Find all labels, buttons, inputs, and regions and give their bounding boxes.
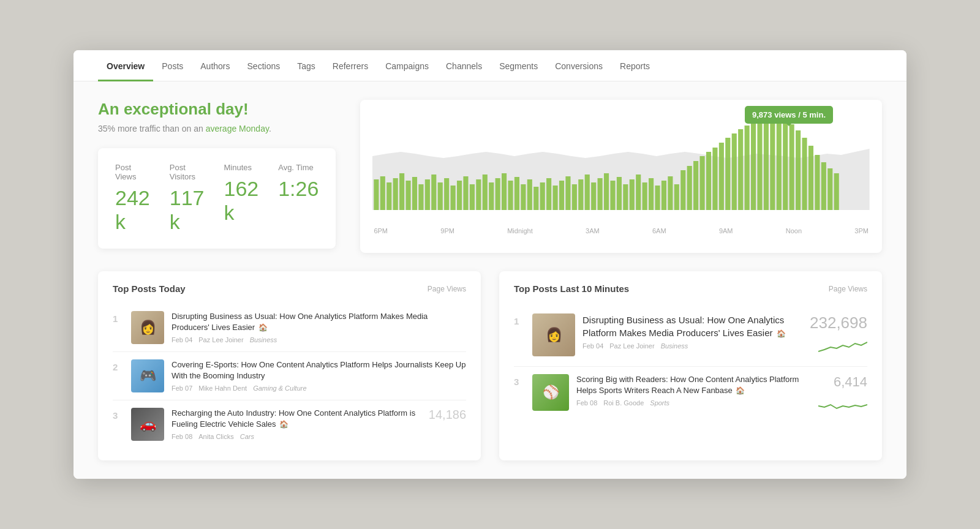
hero-subtitle: 35% more traffic than on an average Mond… <box>98 124 336 133</box>
stat-post-views: Post Views 242 k <box>115 163 150 234</box>
home-icon: 🏠 <box>736 386 745 395</box>
hero-left: An exceptional day! 35% more traffic tha… <box>98 100 336 253</box>
svg-rect-12 <box>444 178 449 210</box>
post-info: Disrupting Business as Usual: How One An… <box>172 311 466 343</box>
average-monday-link[interactable]: average Monday <box>206 124 269 133</box>
post-meta: Feb 08 Anita Clicks Cars <box>172 433 416 440</box>
svg-rect-1 <box>374 179 379 210</box>
post-meta: Feb 07 Mike Hahn Dent Gaming & Culture <box>172 385 466 392</box>
panel-top-posts-10min: Top Posts Last 10 Minutes Page Views 1 👩… <box>499 271 882 460</box>
chart-bars <box>372 112 870 222</box>
svg-rect-53 <box>706 152 711 210</box>
post-item-today-3[interactable]: 3 🚗 Recharging the Auto Industry: How On… <box>113 400 466 448</box>
post-list-10min: 1 👩 Disrupting Business as Usual: How On… <box>514 304 867 419</box>
svg-rect-45 <box>655 186 660 210</box>
svg-rect-61 <box>758 118 763 210</box>
panel-top-posts-today: Top Posts Today Page Views 1 👩 Disruptin… <box>98 271 481 460</box>
svg-rect-15 <box>464 176 469 210</box>
nav-overview[interactable]: Overview <box>98 50 153 81</box>
traffic-chart: 9,873 views / 5 min. <box>360 100 882 253</box>
svg-rect-72 <box>828 168 833 210</box>
nav-segments[interactable]: Segments <box>491 50 546 81</box>
svg-rect-67 <box>796 130 801 210</box>
nav-reports[interactable]: Reports <box>611 50 658 81</box>
panel-header-today: Top Posts Today Page Views <box>113 283 466 294</box>
svg-rect-51 <box>693 161 698 210</box>
nav-authors[interactable]: Authors <box>192 50 238 81</box>
svg-rect-10 <box>432 174 437 210</box>
content-area: An exceptional day! 35% more traffic tha… <box>74 81 907 479</box>
svg-rect-4 <box>393 178 398 210</box>
post-info: Scoring Big with Readers: How One Conten… <box>576 374 811 407</box>
nav-tags[interactable]: Tags <box>288 50 324 81</box>
chart-time-labels: 6PM 9PM Midnight 3AM 6AM 9AM Noon 3PM <box>372 227 870 234</box>
post-views: 232,698 <box>810 313 867 332</box>
nav-channels[interactable]: Channels <box>437 50 491 81</box>
svg-rect-47 <box>668 176 673 210</box>
svg-rect-31 <box>566 176 571 210</box>
post-item-10min-1[interactable]: 1 👩 Disrupting Business as Usual: How On… <box>514 304 867 367</box>
post-thumbnail: ⚾ <box>532 374 569 411</box>
svg-rect-33 <box>579 179 584 210</box>
post-thumbnail: 👩 <box>131 311 164 344</box>
svg-rect-64 <box>777 117 782 210</box>
nav-referrers[interactable]: Referrers <box>324 50 377 81</box>
svg-rect-48 <box>674 184 679 210</box>
svg-rect-26 <box>534 187 539 210</box>
post-item-10min-3[interactable]: 3 ⚾ Scoring Big with Readers: How One Co… <box>514 367 867 419</box>
svg-rect-39 <box>617 177 622 210</box>
post-meta: Feb 08 Roi B. Goode Sports <box>576 399 811 407</box>
svg-rect-18 <box>483 174 488 210</box>
post-rank: 3 <box>514 374 525 387</box>
svg-rect-66 <box>790 124 794 210</box>
post-item-today-2[interactable]: 2 🎮 Covering E-Sports: How One Content A… <box>113 352 466 400</box>
post-rank: 2 <box>113 359 124 372</box>
svg-rect-70 <box>815 155 820 210</box>
nav-campaigns[interactable]: Campaigns <box>377 50 437 81</box>
post-list-today: 1 👩 Disrupting Business as Usual: How On… <box>113 304 466 448</box>
post-item-today-1[interactable]: 1 👩 Disrupting Business as Usual: How On… <box>113 304 466 352</box>
nav-conversions[interactable]: Conversions <box>546 50 611 81</box>
post-views: 6,414 <box>824 374 867 390</box>
svg-rect-69 <box>809 146 813 210</box>
post-meta: Feb 04 Paz Lee Joiner Business <box>582 342 802 350</box>
svg-rect-43 <box>643 182 647 210</box>
svg-rect-62 <box>764 115 769 210</box>
svg-rect-49 <box>681 170 686 210</box>
svg-rect-2 <box>380 176 385 210</box>
svg-rect-56 <box>726 138 731 210</box>
svg-rect-34 <box>585 174 590 210</box>
nav-sections[interactable]: Sections <box>239 50 289 81</box>
svg-rect-59 <box>745 126 750 210</box>
panel-col-10min: Page Views <box>829 285 867 293</box>
nav-posts[interactable]: Posts <box>153 50 192 81</box>
svg-rect-11 <box>438 182 443 210</box>
svg-rect-14 <box>457 181 462 210</box>
svg-rect-30 <box>559 181 564 210</box>
panel-col-today: Page Views <box>428 285 466 293</box>
svg-rect-57 <box>732 133 737 210</box>
stat-post-visitors: Post Visitors 117 k <box>170 163 205 234</box>
chart-tooltip: 9,873 views / 5 min. <box>745 106 833 124</box>
svg-rect-25 <box>527 179 532 210</box>
svg-rect-27 <box>540 182 545 210</box>
svg-rect-16 <box>470 184 475 210</box>
svg-rect-32 <box>572 184 577 210</box>
post-info: Covering E-Sports: How One Content Analy… <box>172 359 466 392</box>
svg-rect-65 <box>783 121 788 210</box>
svg-rect-37 <box>604 173 609 210</box>
stat-avg-time: Avg. Time 1:26 <box>278 163 318 234</box>
svg-rect-60 <box>751 122 756 210</box>
svg-rect-8 <box>419 184 424 210</box>
post-meta: Feb 04 Paz Lee Joiner Business <box>172 336 466 343</box>
post-info: Recharging the Auto Industry: How One Co… <box>172 408 416 440</box>
svg-rect-54 <box>713 148 718 210</box>
sparkline-chart <box>818 336 867 355</box>
post-views-3: 14,186 <box>423 408 466 422</box>
svg-rect-73 <box>834 173 839 210</box>
panel-header-10min: Top Posts Last 10 Minutes Page Views <box>514 283 867 294</box>
post-info: Disrupting Business as Usual: How One An… <box>582 313 802 350</box>
svg-rect-36 <box>598 178 603 210</box>
svg-rect-19 <box>489 182 494 210</box>
svg-rect-9 <box>425 179 430 210</box>
